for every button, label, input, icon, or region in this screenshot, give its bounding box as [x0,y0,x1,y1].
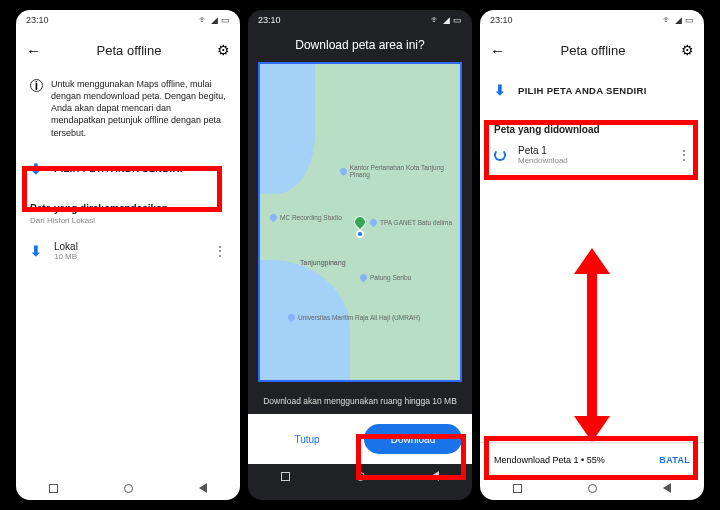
downloaded-section-title: Peta yang didownload [480,110,704,137]
arrow-down-icon [574,416,610,442]
page-title: Peta offline [517,43,669,58]
download-icon: ⬇ [494,82,506,98]
button-row: Tutup Download [248,414,472,464]
status-bar: 23:10 ᯤ ◢ ▭ [248,10,472,30]
select-own-map-label: PILIH PETA ANDA SENDIRI [54,163,183,174]
select-own-map-label: PILIH PETA ANDA SENDIRI [518,85,647,96]
nav-recent-icon[interactable] [49,484,58,493]
nav-bar [480,476,704,500]
more-icon[interactable]: ⋮ [214,244,226,258]
download-icon: ⬇ [30,161,42,177]
map-poi: Universitas Maritim Raja Ali Haji (UMRAH… [288,314,420,321]
item-title: Peta 1 [518,145,666,156]
signal-icon: ◢ [211,15,218,25]
nav-back-icon[interactable] [431,471,439,481]
wifi-icon: ᯤ [663,15,672,25]
wifi-icon: ᯤ [431,15,440,25]
info-icon: i [30,79,43,92]
status-time: 23:10 [258,15,281,25]
map-selection-area[interactable]: Kantor Pertanahan Kota Tanjung Pinang MC… [258,62,462,382]
status-bar: 23:10 ᯤ ◢ ▭ [16,10,240,30]
nav-recent-icon[interactable] [513,484,522,493]
app-bar: ← Peta offline ⚙ [16,30,240,70]
wifi-icon: ᯤ [199,15,208,25]
map-poi: Kantor Pertanahan Kota Tanjung Pinang [340,164,460,178]
map-label: Tanjungpinang [300,259,346,266]
marker-dot-icon [356,230,364,238]
map-poi: MC Recording Studio [270,214,342,221]
nav-home-icon[interactable] [124,484,133,493]
info-text: Untuk menggunakan Maps offline, mulai de… [51,78,226,139]
water-shape [260,64,315,194]
select-own-map-button[interactable]: ⬇ PILIH PETA ANDA SENDIRI [16,149,240,189]
item-title: Lokal [54,241,202,252]
status-time: 23:10 [26,15,49,25]
recommended-section-title: Peta yang direkomendasikan [16,189,240,216]
download-icon: ⬇ [30,243,42,259]
nav-bar [248,464,472,488]
phone-download-area: 23:10 ᯤ ◢ ▭ Download peta area ini? Kant… [248,10,472,500]
select-own-map-button[interactable]: ⬇ PILIH PETA ANDA SENDIRI [480,70,704,110]
map-poi: TPA GANET Batu delima [370,219,452,226]
gear-icon[interactable]: ⚙ [217,42,230,58]
signal-icon: ◢ [443,15,450,25]
item-size: 10 MB [54,252,202,261]
storage-note: Download akan menggunakan ruang hingga 1… [248,386,472,414]
phone-offline-maps: 23:10 ᯤ ◢ ▭ ← Peta offline ⚙ i Untuk men… [16,10,240,500]
back-icon[interactable]: ← [490,42,505,59]
app-bar: ← Peta offline ⚙ [480,30,704,70]
status-time: 23:10 [490,15,513,25]
arrow-body [587,270,597,420]
battery-icon: ▭ [221,15,230,25]
back-icon[interactable]: ← [26,42,41,59]
gear-icon[interactable]: ⚙ [681,42,694,58]
center-marker [354,216,366,238]
downloading-item[interactable]: Peta 1 Mendownload ⋮ [480,137,704,173]
download-status-text: Mendownload Peta 1 • 55% [494,455,605,465]
item-status: Mendownload [518,156,666,165]
nav-recent-icon[interactable] [281,472,290,481]
signal-icon: ◢ [675,15,682,25]
page-title: Peta offline [53,43,205,58]
recommended-section-sub: Dari Histori Lokasi [16,216,240,233]
status-icons: ᯤ ◢ ▭ [431,15,462,25]
battery-icon: ▭ [453,15,462,25]
status-icons: ᯤ ◢ ▭ [663,15,694,25]
nav-home-icon[interactable] [356,472,365,481]
recommended-item[interactable]: ⬇ Lokal 10 MB ⋮ [16,233,240,269]
nav-back-icon[interactable] [663,483,671,493]
download-button[interactable]: Download [364,424,462,454]
dialog-title: Download peta area ini? [248,30,472,58]
status-icons: ᯤ ◢ ▭ [199,15,230,25]
phone-downloading: 23:10 ᯤ ◢ ▭ ← Peta offline ⚙ ⬇ PILIH PET… [480,10,704,500]
more-icon[interactable]: ⋮ [678,148,690,162]
spinner-icon [494,149,506,161]
content-area: i Untuk menggunakan Maps offline, mulai … [16,70,240,476]
marker-pin-icon [352,213,369,230]
nav-home-icon[interactable] [588,484,597,493]
status-bar: 23:10 ᯤ ◢ ▭ [480,10,704,30]
nav-back-icon[interactable] [199,483,207,493]
nav-bar [16,476,240,500]
close-button[interactable]: Tutup [258,424,356,454]
battery-icon: ▭ [685,15,694,25]
download-progress-bar: Mendownload Peta 1 • 55% BATAL [480,442,704,476]
cancel-button[interactable]: BATAL [659,455,690,465]
info-row: i Untuk menggunakan Maps offline, mulai … [16,70,240,149]
map-poi: Patung Seribu [360,274,411,281]
content-area: ⬇ PILIH PETA ANDA SENDIRI Peta yang dido… [480,70,704,442]
